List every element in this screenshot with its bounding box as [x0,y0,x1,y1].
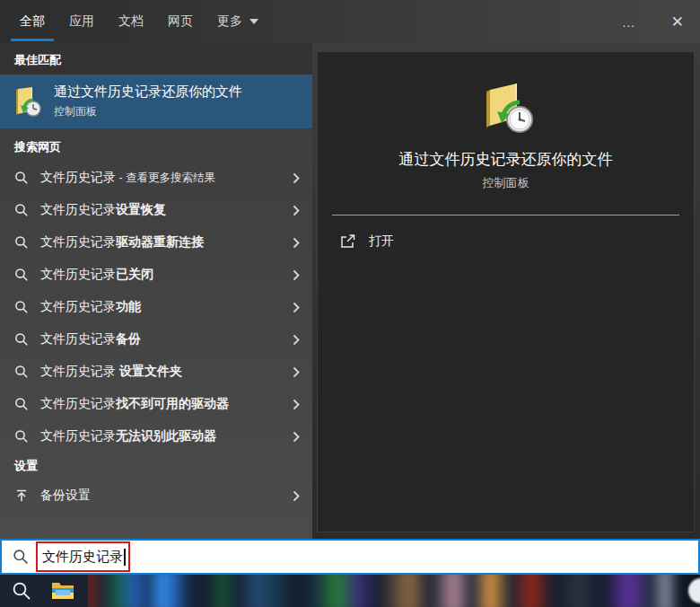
suggestion-text: 文件历史记录驱动器重新连接 [40,234,291,251]
open-action-label: 打开 [369,233,394,250]
preview-card: 通过文件历史记录还原你的文件 控制面板 打开 [317,51,695,532]
suggestion-text: 文件历史记录设置恢复 [40,202,291,218]
insert-suggestion-button[interactable] [291,487,302,506]
results-panel: 最佳匹配 通过文件历史记录还原你的文件 控制面板 搜索网页 文件历史记录 - 查… [0,43,312,539]
suggestion-text: 文件历史记录无法识别此驱动器 [40,428,291,444]
best-match-subtitle: 控制面板 [54,104,242,119]
web-suggestion-row[interactable]: 文件历史记录驱动器重新连接 [0,226,312,259]
more-options-button[interactable]: … [609,9,650,35]
taskbar [0,575,700,607]
best-match-title: 通过文件历史记录还原你的文件 [54,84,242,101]
blurred-taskbar-thumbnails [88,575,700,607]
suggestion-list: 搜索网页 文件历史记录 - 查看更多搜索结果 文件历史记录设置恢复 文件历史记录… [0,128,312,539]
red-annotation-box: 文件历史记录 [36,541,130,572]
chevron-down-icon [249,19,258,24]
search-icon [13,549,29,565]
preview-panel: 通过文件历史记录还原你的文件 控制面板 打开 [312,43,700,539]
web-suggestion-row[interactable]: 文件历史记录功能 [0,291,312,323]
web-suggestion-row[interactable]: 文件历史记录 - 查看更多搜索结果 [0,162,312,194]
file-history-folder-icon [11,86,43,117]
tab-web-label: 网页 [168,13,193,30]
search-input[interactable]: 文件历史记录 [0,539,700,575]
insert-suggestion-button[interactable] [291,233,302,252]
search-icon [14,332,29,347]
preview-subtitle: 控制面板 [318,175,694,191]
search-icon [14,365,29,379]
file-history-folder-icon [476,75,537,136]
tab-web[interactable]: 网页 [168,0,193,43]
search-flyout-tab-bar: 全部 应用 文档 网页 更多 … ✕ [0,0,700,43]
web-suggestion-row[interactable]: 文件历史记录设置恢复 [0,194,312,226]
settings-suggestion-row[interactable]: 备份设置 [0,479,312,512]
search-icon [14,268,29,282]
web-suggestion-row[interactable]: 文件历史记录已关闭 [0,259,312,291]
insert-suggestion-button[interactable] [291,330,302,349]
suggestion-text: 文件历史记录备份 [40,331,291,347]
open-external-icon [339,233,356,250]
suggestion-text: 文件历史记录 - 查看更多搜索结果 [40,170,291,186]
search-icon [14,171,29,185]
best-match-result[interactable]: 通过文件历史记录还原你的文件 控制面板 [0,75,312,128]
tab-all[interactable]: 全部 [20,0,45,43]
insert-suggestion-button[interactable] [291,201,302,220]
insert-suggestion-button[interactable] [291,395,302,414]
tab-apps-label: 应用 [69,13,94,30]
web-suggestion-row[interactable]: 文件历史记录 设置文件夹 [0,356,312,388]
close-button[interactable]: ✕ [662,7,693,37]
search-input-value: 文件历史记录 [42,549,123,566]
search-icon [14,300,29,314]
tab-selected-underline [11,39,54,41]
suggestion-text: 文件历史记录已关闭 [40,267,291,283]
search-icon [14,235,29,250]
web-suggestion-row[interactable]: 文件历史记录备份 [0,323,312,356]
divider [332,215,679,216]
search-icon [12,581,31,601]
search-icon [14,397,29,411]
taskbar-file-explorer-button[interactable] [43,575,83,607]
suggestion-text: 文件历史记录功能 [40,299,291,315]
settings-header: 设置 [14,458,38,474]
web-suggestion-row[interactable]: 文件历史记录找不到可用的驱动器 [0,388,312,420]
tab-apps[interactable]: 应用 [69,0,94,43]
taskbar-search-button[interactable] [2,575,41,607]
search-web-header: 搜索网页 [14,139,61,155]
tab-list: 全部 应用 文档 网页 更多 [20,0,258,43]
backup-up-arrow-icon [14,488,29,503]
suggestion-text: 备份设置 [40,488,291,504]
insert-suggestion-button[interactable] [291,363,302,382]
insert-suggestion-button[interactable] [291,169,302,188]
insert-suggestion-button[interactable] [291,266,302,285]
preview-title: 通过文件历史记录还原你的文件 [318,149,694,170]
search-icon [14,203,29,217]
open-action[interactable]: 打开 [339,228,394,255]
tab-documents-label: 文档 [118,13,144,30]
tab-all-label: 全部 [20,13,45,30]
insert-suggestion-button[interactable] [291,427,302,446]
suggestion-text: 文件历史记录 设置文件夹 [40,364,291,380]
tab-more[interactable]: 更多 [217,0,258,43]
search-icon [14,429,29,444]
file-explorer-icon [50,579,75,603]
insert-suggestion-button[interactable] [291,298,302,317]
suggestion-text: 文件历史记录找不到可用的驱动器 [40,396,291,412]
tab-more-label: 更多 [217,13,242,30]
tab-documents[interactable]: 文档 [118,0,144,43]
best-match-section: 最佳匹配 [0,43,312,75]
web-suggestion-row[interactable]: 文件历史记录无法识别此驱动器 [0,420,312,453]
best-match-header: 最佳匹配 [14,52,61,68]
text-caret [124,549,126,566]
